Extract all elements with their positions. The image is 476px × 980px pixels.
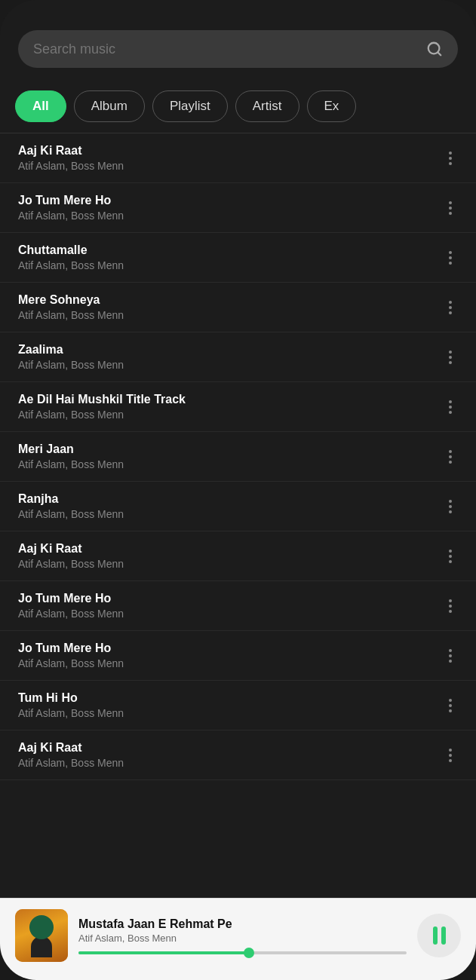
dot <box>449 654 452 657</box>
song-info: Jo Tum Mere HoAtif Aslam, Boss Menn <box>18 194 443 222</box>
more-options-button[interactable] <box>443 348 458 367</box>
song-title: Aaj Ki Raat <box>18 144 443 158</box>
dot <box>449 555 452 558</box>
dot <box>449 550 452 553</box>
top-bar <box>0 0 476 80</box>
song-title: Aaj Ki Raat <box>18 741 443 755</box>
now-playing-info: Mustafa Jaan E Rehmat Pe Atif Aslam, Bos… <box>78 917 407 954</box>
pause-bar-left <box>433 926 438 945</box>
filter-tab-all[interactable]: All <box>15 90 66 122</box>
song-info: ZaalimaAtif Aslam, Boss Menn <box>18 343 443 371</box>
phone-shell: AllAlbumPlaylistArtistEx Aaj Ki RaatAtif… <box>0 0 476 980</box>
dot <box>449 311 452 314</box>
song-info: Ae Dil Hai Mushkil Title TrackAtif Aslam… <box>18 393 443 421</box>
dot <box>449 351 452 354</box>
song-info: Aaj Ki RaatAtif Aslam, Boss Menn <box>18 542 443 570</box>
dot <box>449 704 452 707</box>
song-info: Aaj Ki RaatAtif Aslam, Boss Menn <box>18 144 443 172</box>
dot <box>449 505 452 508</box>
dot <box>449 610 452 613</box>
pause-button[interactable] <box>417 914 461 957</box>
more-options-button[interactable] <box>443 646 458 666</box>
dot <box>449 400 452 403</box>
song-item[interactable]: Aaj Ki RaatAtif Aslam, Boss Menn <box>0 531 476 581</box>
song-item[interactable]: Meri JaanAtif Aslam, Boss Menn <box>0 432 476 482</box>
more-options-button[interactable] <box>443 397 458 417</box>
song-artist: Atif Aslam, Boss Menn <box>18 210 443 222</box>
song-list: Aaj Ki RaatAtif Aslam, Boss MennJo Tum M… <box>0 133 476 898</box>
filter-tab-ex[interactable]: Ex <box>307 90 357 122</box>
song-info: Tum Hi HoAtif Aslam, Boss Menn <box>18 691 443 719</box>
dot <box>449 450 452 453</box>
dot <box>449 455 452 458</box>
more-options-button[interactable] <box>443 497 458 516</box>
dot <box>449 411 452 414</box>
dot <box>449 461 452 464</box>
song-title: Jo Tum Mere Ho <box>18 642 443 655</box>
dot <box>449 660 452 663</box>
more-options-button[interactable] <box>443 298 458 317</box>
more-options-button[interactable] <box>443 746 458 765</box>
more-options-button[interactable] <box>443 198 458 218</box>
song-artist: Atif Aslam, Boss Menn <box>18 458 443 470</box>
dot <box>449 649 452 652</box>
song-item[interactable]: Aaj Ki RaatAtif Aslam, Boss Menn <box>0 730 476 780</box>
filter-tab-playlist[interactable]: Playlist <box>152 90 228 122</box>
more-options-button[interactable] <box>443 248 458 268</box>
song-title: Meri Jaan <box>18 443 443 456</box>
more-options-button[interactable] <box>443 596 458 616</box>
album-art <box>15 909 68 962</box>
progress-bar[interactable] <box>78 951 407 954</box>
song-item[interactable]: Jo Tum Mere HoAtif Aslam, Boss Menn <box>0 581 476 631</box>
song-artist: Atif Aslam, Boss Menn <box>18 707 443 719</box>
song-item[interactable]: Mere SohneyaAtif Aslam, Boss Menn <box>0 283 476 332</box>
dot <box>449 162 452 165</box>
dot <box>449 510 452 513</box>
song-item[interactable]: Jo Tum Mere HoAtif Aslam, Boss Menn <box>0 183 476 233</box>
dot <box>449 560 452 563</box>
dot <box>449 256 452 259</box>
song-artist: Atif Aslam, Boss Menn <box>18 657 443 669</box>
dot <box>449 157 452 160</box>
song-title: Zaalima <box>18 343 443 357</box>
dot <box>449 152 452 155</box>
song-item[interactable]: Tum Hi HoAtif Aslam, Boss Menn <box>0 681 476 730</box>
song-item[interactable]: ChuttamalleAtif Aslam, Boss Menn <box>0 233 476 283</box>
song-title: Aaj Ki Raat <box>18 542 443 556</box>
pause-icon <box>433 926 446 945</box>
svg-line-1 <box>438 52 441 55</box>
song-artist: Atif Aslam, Boss Menn <box>18 409 443 421</box>
song-item[interactable]: RanjhaAtif Aslam, Boss Menn <box>0 482 476 531</box>
dot <box>449 709 452 712</box>
progress-fill <box>78 951 249 954</box>
search-bar[interactable] <box>18 30 458 68</box>
dot <box>449 759 452 762</box>
dot <box>449 749 452 752</box>
song-title: Jo Tum Mere Ho <box>18 592 443 605</box>
song-title: Jo Tum Mere Ho <box>18 194 443 207</box>
album-art-figure <box>15 909 68 962</box>
dot <box>449 599 452 602</box>
song-item[interactable]: ZaalimaAtif Aslam, Boss Menn <box>0 332 476 382</box>
more-options-button[interactable] <box>443 149 458 168</box>
filter-tabs: AllAlbumPlaylistArtistEx <box>0 80 476 133</box>
song-item[interactable]: Jo Tum Mere HoAtif Aslam, Boss Menn <box>0 631 476 681</box>
dot <box>449 500 452 503</box>
song-artist: Atif Aslam, Boss Menn <box>18 608 443 620</box>
progress-thumb <box>244 948 254 958</box>
search-input[interactable] <box>33 41 419 57</box>
song-title: Chuttamalle <box>18 243 443 257</box>
song-item[interactable]: Aaj Ki RaatAtif Aslam, Boss Menn <box>0 133 476 183</box>
song-item[interactable]: Ae Dil Hai Mushkil Title TrackAtif Aslam… <box>0 382 476 432</box>
more-options-button[interactable] <box>443 696 458 715</box>
song-title: Mere Sohneya <box>18 293 443 307</box>
song-artist: Atif Aslam, Boss Menn <box>18 259 443 271</box>
more-options-button[interactable] <box>443 447 458 467</box>
filter-tab-artist[interactable]: Artist <box>235 90 299 122</box>
song-artist: Atif Aslam, Boss Menn <box>18 757 443 769</box>
more-options-button[interactable] <box>443 547 458 566</box>
now-playing-title: Mustafa Jaan E Rehmat Pe <box>78 917 407 931</box>
song-artist: Atif Aslam, Boss Menn <box>18 359 443 371</box>
now-playing-artist: Atif Aslam, Boss Menn <box>78 933 407 944</box>
filter-tab-album[interactable]: Album <box>74 90 145 122</box>
